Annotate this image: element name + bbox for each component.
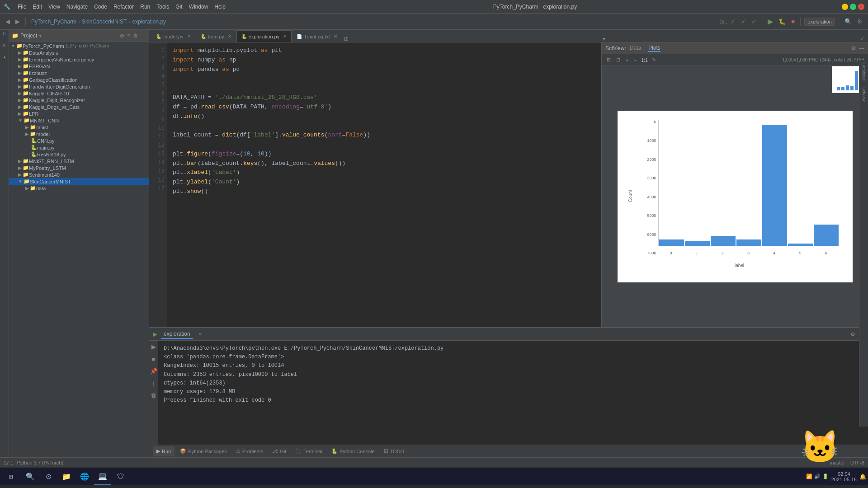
- taskbar-edge[interactable]: 🌐: [76, 468, 93, 485]
- project-collapse[interactable]: —: [141, 33, 146, 39]
- tab-close-train[interactable]: ✕: [228, 34, 231, 39]
- tree-HandwrittenDigitGeneration[interactable]: ▶ 📁 HandwrittenDigitGeneration: [9, 83, 149, 90]
- taskbar-search[interactable]: 🔍: [22, 468, 39, 485]
- sciview-settings[interactable]: ⚙: [851, 45, 856, 52]
- bottom-tab-problems[interactable]: ⚠ Problems: [232, 446, 267, 456]
- sciview-side-icon[interactable]: SciView: [862, 87, 866, 102]
- zoom-in[interactable]: +: [624, 57, 630, 63]
- run-pin-icon[interactable]: 📌: [150, 368, 157, 375]
- tree-CNN.py[interactable]: 🐍 CNN.py: [9, 137, 149, 144]
- project-dropdown-icon[interactable]: ▾: [39, 33, 42, 39]
- menu-view[interactable]: View: [46, 3, 63, 11]
- git-check2[interactable]: ✓: [739, 17, 748, 26]
- taskbar-explorer[interactable]: 📁: [58, 468, 75, 485]
- tab-dropdown-btn[interactable]: ▾: [601, 36, 607, 42]
- tab-exploration-py[interactable]: 🐍 exploration.py ✕: [236, 30, 292, 42]
- breadcrumb-folder[interactable]: SkinCancerMNIST: [82, 19, 127, 25]
- run-tab-exploration[interactable]: exploration: [161, 330, 193, 339]
- menu-run[interactable]: Run: [137, 3, 153, 11]
- tab-trainlog-txt[interactable]: 📄 TrainLog.txt ✕: [292, 30, 342, 42]
- tree-data[interactable]: ▶ 📁 data: [9, 185, 149, 192]
- run-stop-icon[interactable]: ■: [152, 356, 156, 362]
- tree-Kaggle_Dogs_vs_Cats[interactable]: ▶ 📁 Kaggle_Dogs_vs_Cats: [9, 103, 149, 110]
- git-check3[interactable]: ✓: [750, 17, 758, 26]
- taskbar-task-view[interactable]: ⊙: [40, 468, 57, 485]
- run-settings[interactable]: ⚙: [850, 331, 855, 338]
- tree-Kaggle_Digit_Recognizer[interactable]: ▶ 📁 Kaggle_Digit_Recognizer: [9, 97, 149, 103]
- tree-Sentiment140[interactable]: ▶ 📁 Sentiment140: [9, 171, 149, 178]
- more-tabs-btn[interactable]: ⊞: [344, 36, 349, 42]
- tree-ResNet18.py[interactable]: 🐍 ResNet18.py: [9, 151, 149, 158]
- fav-icon[interactable]: ★: [3, 55, 6, 60]
- tab-close-model[interactable]: ✕: [187, 34, 191, 39]
- sciview-collapse[interactable]: —: [859, 45, 864, 52]
- menu-git[interactable]: Git: [173, 3, 185, 11]
- debug-btn[interactable]: 🐛: [777, 17, 788, 26]
- zoom-fit[interactable]: ⊞: [605, 57, 612, 63]
- bottom-tab-git[interactable]: ⎇ Git: [269, 446, 290, 456]
- tree-SkinCancerMNIST[interactable]: ▼ 📁 SkinCancerMNIST: [9, 178, 149, 185]
- breadcrumb-file[interactable]: exploration.py: [132, 19, 166, 25]
- menu-window[interactable]: Window: [186, 3, 211, 11]
- edit-icon[interactable]: ✎: [651, 57, 657, 63]
- project-tool3[interactable]: ⚙: [133, 33, 138, 39]
- tree-LPR[interactable]: ▶ 📁 LPR: [9, 110, 149, 117]
- project-icon[interactable]: P: [3, 32, 5, 36]
- tree-MNIST_RNN_LSTM[interactable]: ▶ 📁 MNIST_RNN_LSTM: [9, 158, 149, 164]
- sciview-tab-plots[interactable]: Plots: [648, 45, 660, 52]
- maximize-button[interactable]: □: [850, 4, 856, 10]
- code-content[interactable]: import matplotlib.pyplot as plt import n…: [167, 42, 601, 327]
- sciview-tab-data[interactable]: Data: [630, 45, 641, 52]
- tab-model-py[interactable]: 🐍 model.py ✕: [151, 30, 196, 42]
- run-btn[interactable]: ▶: [766, 16, 775, 27]
- run-trash-icon[interactable]: 🗑: [151, 392, 156, 399]
- tree-root[interactable]: ▼ 📁 PyTorch_PyCharm E:/PyTorch_PyCharm: [9, 42, 149, 49]
- tree-main.py[interactable]: 🐍 main.py: [9, 144, 149, 151]
- tray-volume[interactable]: 🔊: [814, 474, 821, 479]
- tree-GarbageClassification[interactable]: ▶ 📁 GarbageClassification: [9, 76, 149, 83]
- bottom-tab-python-packages[interactable]: 📦 Python Packages: [176, 446, 231, 456]
- tree-EmergencyVsNonEmergency[interactable]: ▶ 📁 EmergencyVsNonEmergency: [9, 56, 149, 63]
- bottom-tab-python-console[interactable]: 🐍 Python Console: [328, 446, 378, 456]
- settings-btn[interactable]: ⚙: [855, 17, 864, 26]
- tray-network[interactable]: 📶: [806, 474, 812, 479]
- menu-navigate[interactable]: Navigate: [64, 3, 90, 11]
- minimize-button[interactable]: —: [842, 4, 848, 10]
- structure-icon[interactable]: S: [3, 43, 5, 48]
- start-button[interactable]: ⊞: [2, 468, 20, 486]
- menu-refactor[interactable]: Refactor: [111, 3, 137, 11]
- project-tool1[interactable]: ⊕: [120, 33, 124, 39]
- tray-battery[interactable]: 🔋: [822, 474, 829, 479]
- zoom-out[interactable]: −: [632, 57, 638, 63]
- stop-btn[interactable]: ■: [789, 17, 797, 26]
- menu-edit[interactable]: Edit: [30, 3, 45, 11]
- project-tool2[interactable]: ≡: [127, 33, 130, 39]
- bottom-tab-todo[interactable]: ☑ TODO: [380, 446, 408, 456]
- database-icon[interactable]: Database: [862, 63, 866, 81]
- tree-mnist[interactable]: ▶ 📁 mnist: [9, 124, 149, 131]
- breadcrumb-root[interactable]: PyTorch_PyCharm: [31, 19, 76, 25]
- bottom-tab-terminal[interactable]: ⬛ Terminal: [292, 446, 326, 456]
- menu-code[interactable]: Code: [91, 3, 110, 11]
- toolbar-forward[interactable]: ▶: [14, 17, 22, 26]
- search-btn[interactable]: 🔍: [843, 17, 854, 26]
- taskbar-pycharm[interactable]: 💻: [94, 468, 111, 485]
- tree-MyPoetry_LSTM[interactable]: ▶ 📁 MyPoetry_LSTM: [9, 164, 149, 171]
- tree-ESRGAN[interactable]: ▶ 📁 ESRGAN: [9, 63, 149, 70]
- tree-Kaggle_CIFAR-10[interactable]: ▶ 📁 Kaggle_CIFAR-10: [9, 90, 149, 97]
- run-restart-icon[interactable]: ▶: [151, 343, 156, 350]
- git-check[interactable]: ✓: [729, 17, 737, 26]
- tree-MNIST_CNN[interactable]: ▼ 📁 MNIST_CNN: [9, 117, 149, 124]
- tab-close-exploration[interactable]: ✕: [283, 34, 287, 39]
- run-scroll-icon[interactable]: ↕: [152, 380, 155, 387]
- menu-help[interactable]: Help: [212, 3, 228, 11]
- notification-icon[interactable]: 🔔: [859, 474, 866, 480]
- run-tab-close[interactable]: ✕: [198, 332, 202, 337]
- close-button[interactable]: ✕: [858, 4, 864, 10]
- tab-close-trainlog[interactable]: ✕: [334, 34, 337, 39]
- menu-file[interactable]: File: [15, 3, 29, 11]
- toolbar-back[interactable]: ◀: [4, 17, 12, 26]
- zoom-fit2[interactable]: ⊡: [615, 57, 622, 63]
- menu-tools[interactable]: Tools: [154, 3, 172, 11]
- taskbar-other[interactable]: 🛡: [112, 468, 129, 485]
